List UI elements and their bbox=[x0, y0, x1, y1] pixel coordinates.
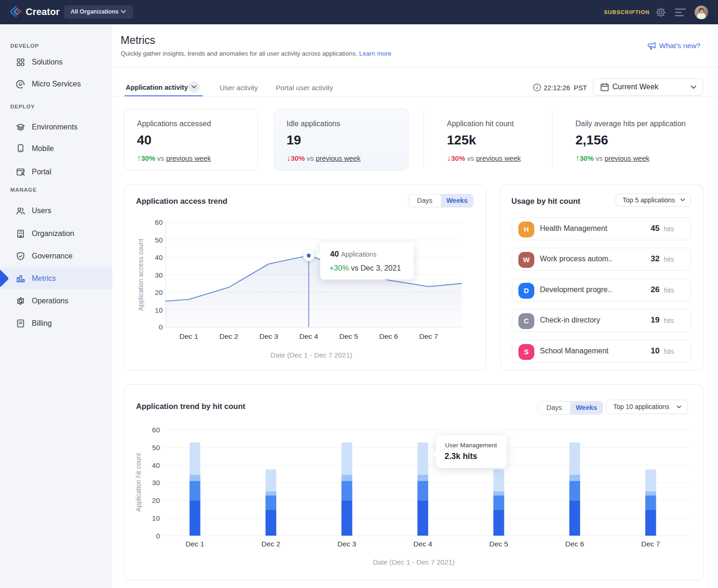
svg-text:Dec 6: Dec 6 bbox=[565, 540, 584, 548]
svg-text:Dec 5: Dec 5 bbox=[489, 540, 509, 548]
svg-text:Date (Dec 1 - Dec 7 2021): Date (Dec 1 - Dec 7 2021) bbox=[373, 558, 454, 566]
svg-text:Dec 1: Dec 1 bbox=[180, 332, 199, 340]
svg-text:30: 30 bbox=[152, 479, 160, 487]
svg-text:Dec 2: Dec 2 bbox=[219, 332, 238, 340]
svg-text:50: 50 bbox=[155, 236, 163, 244]
svg-text:0: 0 bbox=[159, 323, 163, 331]
svg-text:Dec 7: Dec 7 bbox=[419, 332, 438, 340]
svg-text:20: 20 bbox=[152, 496, 160, 504]
svg-text:60: 60 bbox=[152, 426, 160, 434]
svg-text:Dec 3: Dec 3 bbox=[259, 332, 279, 340]
svg-text:40: 40 bbox=[152, 461, 160, 469]
svg-text:40: 40 bbox=[155, 253, 163, 261]
svg-text:20: 20 bbox=[155, 288, 163, 296]
svg-text:50: 50 bbox=[152, 444, 160, 452]
svg-text:Dec 5: Dec 5 bbox=[339, 332, 359, 340]
svg-text:Dec 7: Dec 7 bbox=[641, 540, 661, 548]
svg-text:0: 0 bbox=[156, 532, 160, 540]
svg-text:Date (Dec 1 - Dec 7 2021): Date (Dec 1 - Dec 7 2021) bbox=[270, 351, 352, 359]
svg-text:60: 60 bbox=[155, 218, 163, 226]
svg-text:10: 10 bbox=[155, 306, 163, 314]
svg-text:Dec 6: Dec 6 bbox=[379, 332, 398, 340]
svg-text:30: 30 bbox=[155, 271, 163, 279]
svg-text:Dec 3: Dec 3 bbox=[337, 540, 357, 548]
svg-text:10: 10 bbox=[152, 514, 160, 522]
svg-text:Dec 4: Dec 4 bbox=[299, 332, 318, 340]
svg-text:Dec 1: Dec 1 bbox=[186, 540, 205, 548]
svg-text:Dec 2: Dec 2 bbox=[261, 540, 280, 548]
svg-text:Dec 4: Dec 4 bbox=[413, 540, 432, 548]
